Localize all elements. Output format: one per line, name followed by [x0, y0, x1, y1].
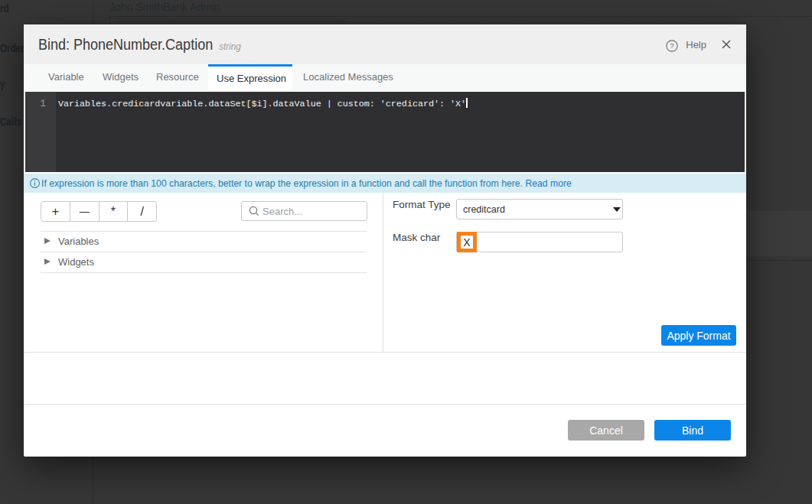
svg-text:?: ?: [670, 41, 675, 50]
